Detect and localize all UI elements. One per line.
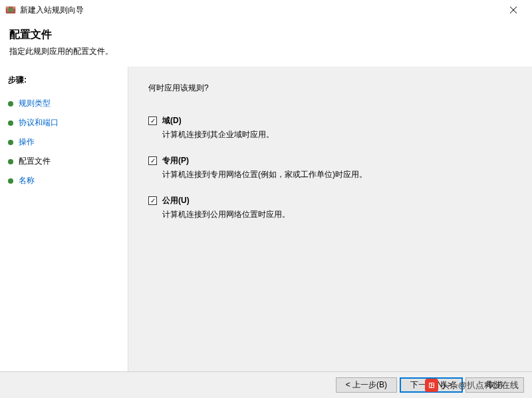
bullet-icon [8,101,13,106]
bullet-icon [8,140,13,145]
bullet-icon [8,159,13,164]
next-button[interactable]: 下一步(N) > [400,377,463,393]
step-profile[interactable]: 配置文件 [8,152,128,171]
option-label: 域(D) [162,115,182,126]
checkbox-private[interactable]: ✓ [148,156,157,165]
bullet-icon [8,120,13,126]
option-desc: 计算机连接到公用网络位置时应用。 [162,209,519,220]
step-rule-type[interactable]: 规则类型 [8,94,128,113]
svg-rect-1 [6,7,9,9]
option-desc: 计算机连接到其企业域时应用。 [162,129,519,140]
page-subtitle: 指定此规则应用的配置文件。 [9,46,523,57]
back-button[interactable]: < 上一步(B) [336,377,397,393]
wizard-footer: < 上一步(B) 下一步(N) > 取消 [0,371,532,398]
step-action[interactable]: 操作 [8,132,128,152]
wizard-header: 配置文件 指定此规则应用的配置文件。 [0,20,532,67]
close-button[interactable] [500,1,527,19]
step-label: 操作 [19,136,35,148]
steps-heading: 步骤: [8,75,128,86]
question-text: 何时应用该规则? [148,83,519,94]
page-title: 配置文件 [9,28,523,42]
checkbox-domain[interactable]: ✓ [148,116,157,125]
step-name[interactable]: 名称 [8,171,128,190]
cancel-button[interactable]: 取消 [466,377,524,393]
option-private: ✓ 专用(P) 计算机连接到专用网络位置(例如，家或工作单位)时应用。 [148,155,519,180]
svg-rect-3 [13,7,15,9]
step-label: 名称 [19,175,35,186]
firewall-icon [5,5,16,15]
titlebar: 新建入站规则向导 [0,0,532,20]
option-label: 专用(P) [162,155,189,166]
step-label: 配置文件 [19,156,51,167]
step-protocol-port[interactable]: 协议和端口 [8,113,128,132]
svg-point-6 [8,7,13,13]
option-desc: 计算机连接到专用网络位置(例如，家或工作单位)时应用。 [162,169,519,180]
bullet-icon [8,178,13,184]
option-label: 公用(U) [162,195,190,206]
main-panel: 何时应用该规则? ✓ 域(D) 计算机连接到其企业域时应用。 ✓ 专用(P) 计… [128,67,532,378]
checkbox-public[interactable]: ✓ [148,196,157,205]
window-title: 新建入站规则向导 [20,5,500,16]
option-public: ✓ 公用(U) 计算机连接到公用网络位置时应用。 [148,195,519,220]
steps-sidebar: 步骤: 规则类型 协议和端口 操作 配置文件 名称 [0,67,128,378]
step-label: 协议和端口 [19,117,59,128]
option-domain: ✓ 域(D) 计算机连接到其企业域时应用。 [148,115,519,140]
step-label: 规则类型 [19,98,51,109]
